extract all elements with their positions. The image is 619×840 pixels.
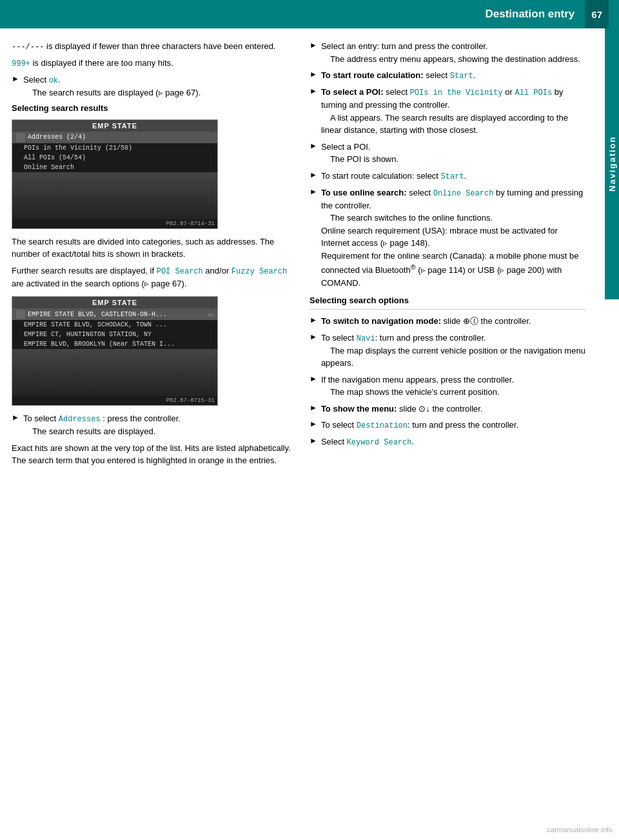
intro-line2: 999+ is displayed if there are too many … — [12, 57, 297, 70]
bullet-select-poi-item: ► Select a POI. The POI is shown. — [310, 141, 585, 166]
bullet-select-entry: ► Select an entry: turn and press the co… — [310, 40, 585, 65]
img2-caption: P82.87-8715-31 — [12, 396, 217, 405]
img2-row-3: EMPIRE CT, HUNTINGTON STATION, NY — [12, 330, 217, 339]
bullet-online-search: ► To use online search: select Online Se… — [310, 186, 585, 290]
bullet-keyword-search: ► Select Keyword Search. — [310, 435, 585, 448]
img2-row-2: EMPIRE STATE BLVD, SCHODACK, TOWN ... — [12, 320, 217, 330]
img1-caption: P82.87-8714-31 — [12, 219, 217, 228]
bullet-arrow-addr: ► — [12, 413, 19, 422]
bullet-select-poi: ► To select a POI: select POIs in the Vi… — [310, 86, 585, 137]
code-pois-vicinity: POIs in the Vicinity — [410, 88, 503, 97]
code-addresses: Addresses — [59, 415, 101, 424]
bullet-addresses: ► To select Addresses : press the contro… — [12, 412, 297, 438]
section-heading-1: Selecting search results — [12, 103, 297, 113]
para-exact-hits: Exact hits are shown at the very top of … — [12, 442, 297, 467]
img1-icon — [16, 133, 25, 142]
code-start-2: Start — [441, 172, 464, 181]
image-2: EMP STATE EMPIRE STATE BLVD, CASTLETON-O… — [12, 296, 218, 406]
page-number: 67 — [585, 0, 609, 28]
code-online-search: Online Search — [433, 189, 494, 198]
img2-row-1: EMPIRE STATE BLVD, CASTLETON-ON-H... ▭ — [12, 308, 217, 320]
img1-photo — [12, 172, 217, 219]
intro-line1: ---/--- is displayed if fewer than three… — [12, 40, 297, 53]
bullet-arrow-s2: ► — [310, 332, 317, 341]
img2-row-4: EMPIRE BLVD, BROOKLYN (Near STATEN I... — [12, 339, 217, 349]
bullet-nav-menu: ► If the navigation menu appears, press … — [310, 374, 585, 399]
bullet-text-s1: To switch to navigation mode: slide ⊕Ⓘ t… — [321, 315, 585, 328]
bullet-arrow-s3: ► — [310, 374, 317, 383]
main-content: ---/--- is displayed if fewer than three… — [0, 28, 619, 483]
bullet-text-s2: To select Navi: turn and press the contr… — [321, 332, 585, 370]
bullet-text-r1: Select an entry: turn and press the cont… — [321, 40, 585, 65]
bullet-arrow-r3: ► — [310, 86, 317, 95]
code-fuzzy-search: Fuzzy Search — [231, 267, 287, 276]
bullet-text-s6: Select Keyword Search. — [321, 435, 585, 448]
code-destination: Destination — [357, 421, 408, 430]
img1-row-4: Online Search — [12, 163, 217, 172]
header-title: Destination entry — [485, 8, 575, 21]
header-bar: Destination entry 67 — [0, 0, 619, 28]
navigation-side-tab: Navigation — [605, 28, 619, 299]
mono-code-1: ---/--- — [12, 43, 44, 52]
code-keyword-search: Keyword Search — [347, 438, 412, 447]
bullet-text-r3: To select a POI: select POIs in the Vici… — [321, 86, 585, 137]
bullet-arrow-s1: ► — [310, 315, 317, 325]
bullet-start-route: ► To start route calculation: select Sta… — [310, 69, 585, 82]
right-column: ► Select an entry: turn and press the co… — [310, 40, 600, 471]
img1-row-3: All POIs (54/54) — [12, 153, 217, 163]
bullet-text-r2: To start route calculation: select Start… — [321, 69, 585, 82]
bullet-arrow-1: ► — [12, 74, 19, 83]
code-999: 999+ — [12, 59, 30, 68]
bullet-text-r4: Select a POI. The POI is shown. — [321, 141, 585, 166]
img1-title: EMP STATE — [12, 120, 217, 132]
bullet-arrow-r1: ► — [310, 41, 317, 50]
img2-title: EMP STATE — [12, 297, 217, 308]
bullet-select-navi: ► To select Navi: turn and press the con… — [310, 332, 585, 370]
bullet-show-menu: ► To show the menu: slide ⊙↓ the control… — [310, 403, 585, 415]
bullet-text-r5: To start route calculation: select Start… — [321, 170, 585, 183]
code-ok: ok — [49, 76, 58, 85]
watermark: carmanualonline.info — [547, 826, 613, 834]
img1-row-1: Addresses (2/4) — [12, 132, 217, 143]
img1-row-2: POIs in the Vicinity (21/50) — [12, 143, 217, 153]
img2-photo — [12, 349, 217, 396]
bullet-nav-mode: ► To switch to navigation mode: slide ⊕Ⓘ… — [310, 315, 585, 328]
section-heading-2: Selecting search options — [310, 295, 585, 305]
code-all-pois: All POIs — [515, 88, 552, 97]
left-column: ---/--- is displayed if fewer than three… — [12, 40, 297, 471]
image-1: EMP STATE Addresses (2/4) POIs in the Vi… — [12, 119, 218, 229]
code-navi: Navi — [357, 334, 375, 343]
bullet-arrow-s5: ► — [310, 419, 317, 428]
bullet-text-s4: To show the menu: slide ⊙↓ the controlle… — [321, 403, 585, 415]
bullet-select-destination: ► To select Destination: turn and press … — [310, 419, 585, 432]
bullet-arrow-r2: ► — [310, 70, 317, 79]
para-divided: The search results are divided into cate… — [12, 235, 297, 261]
bullet-arrow-r5: ► — [310, 170, 317, 179]
bullet-start-route-2: ► To start route calculation: select Sta… — [310, 170, 585, 183]
bullet-arrow-r4: ► — [310, 141, 317, 150]
bullet-text-s3: If the navigation menu appears, press th… — [321, 374, 585, 399]
bullet-text-addr: To select Addresses : press the controll… — [23, 412, 297, 438]
img2-icon — [16, 310, 25, 319]
code-start-1: Start — [450, 72, 473, 81]
divider — [310, 309, 585, 310]
bullet-text-1: Select ok. The search results are displa… — [23, 74, 297, 99]
bullet-text-s5: To select Destination: turn and press th… — [321, 419, 585, 432]
code-poi-search: POI Search — [157, 267, 203, 276]
para-further: Further search results are displayed, if… — [12, 265, 297, 290]
bullet-arrow-r6: ► — [310, 187, 317, 196]
bullet-arrow-s4: ► — [310, 403, 317, 412]
bullet-text-r6: To use online search: select Online Sear… — [321, 186, 585, 290]
bullet-arrow-s6: ► — [310, 436, 317, 445]
bullet-select-ok: ► Select ok. The search results are disp… — [12, 74, 297, 99]
